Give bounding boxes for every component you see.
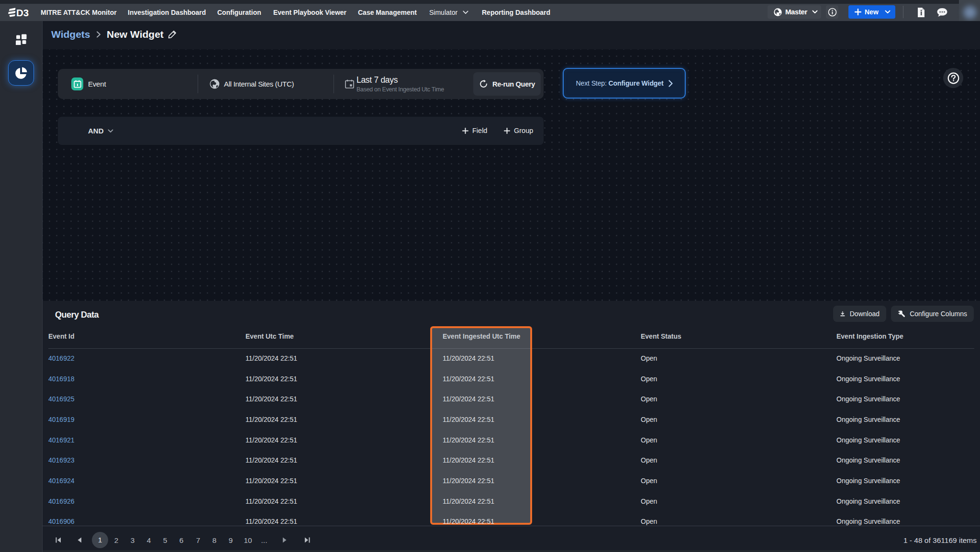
svg-text:D3: D3 (16, 8, 29, 18)
